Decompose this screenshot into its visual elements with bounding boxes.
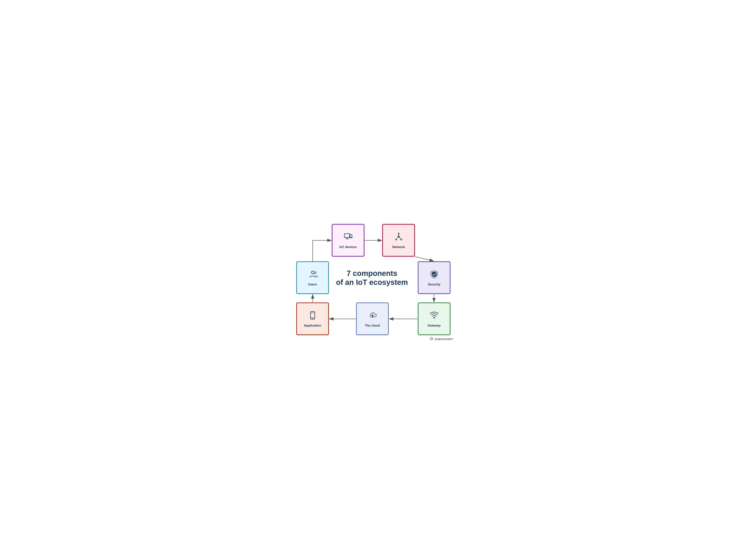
network-icon — [393, 232, 404, 243]
node-security: Security — [418, 261, 450, 294]
iot-devices-icon — [343, 232, 354, 243]
svg-line-18 — [399, 237, 401, 239]
node-network: Network — [382, 224, 415, 257]
svg-rect-22 — [310, 312, 315, 319]
node-gateway-label: Gateway — [428, 324, 441, 328]
node-iot-label: IoT devices — [339, 245, 357, 249]
application-icon — [307, 310, 318, 322]
svg-point-26 — [311, 271, 314, 274]
center-title: 7 components of an IoT ecosystem — [336, 269, 408, 287]
svg-point-20 — [433, 317, 435, 318]
center-text: 7 components of an IoT ecosystem — [332, 261, 412, 294]
node-users: Users — [296, 261, 329, 294]
logo: SUMATOSOFT — [429, 337, 453, 342]
node-cloud: The cloud — [356, 302, 389, 335]
svg-point-27 — [314, 272, 316, 274]
logo-name: SUMATOSOFT — [435, 338, 453, 341]
node-network-label: Network — [392, 245, 405, 249]
node-cloud-label: The cloud — [365, 324, 380, 328]
center-line1: 7 components — [347, 269, 397, 277]
node-iot: IoT devices — [332, 224, 364, 257]
cloud-icon — [367, 310, 378, 322]
security-icon — [429, 269, 439, 281]
users-icon — [307, 269, 318, 281]
node-security-label: Security — [428, 283, 440, 286]
center-line2: of an IoT ecosystem — [336, 278, 408, 286]
svg-point-25 — [312, 318, 313, 319]
logo-icon — [429, 337, 433, 342]
svg-point-13 — [398, 235, 400, 237]
node-gateway: Gateway — [418, 302, 450, 335]
svg-rect-8 — [344, 234, 350, 237]
svg-point-15 — [398, 233, 399, 234]
node-application-label: Application — [304, 324, 321, 328]
node-application: Application — [296, 302, 329, 335]
svg-point-19 — [401, 239, 402, 240]
svg-point-17 — [395, 239, 396, 240]
svg-line-3 — [415, 257, 434, 261]
node-users-label: Users — [308, 283, 317, 286]
gateway-icon — [429, 310, 439, 322]
diagram-container: IoT devices Network — [287, 216, 455, 344]
svg-line-16 — [396, 237, 398, 239]
